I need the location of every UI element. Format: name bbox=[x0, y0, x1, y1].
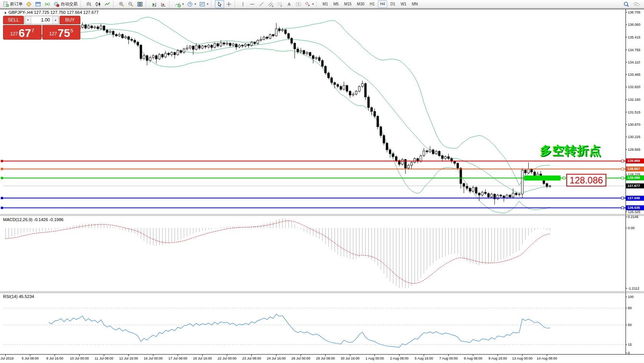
line-anchor-right[interactable] bbox=[621, 168, 624, 170]
timeframe-d1-button[interactable]: D1 bbox=[388, 0, 398, 8]
candlestick-chart-button[interactable] bbox=[93, 0, 103, 8]
channel-tool-button[interactable]: E bbox=[266, 0, 275, 8]
macd-panel[interactable] bbox=[6, 218, 550, 288]
price-tick-label: 130.870 bbox=[628, 123, 641, 127]
equidistant-channel-icon: E bbox=[268, 1, 274, 7]
line-anchor-left[interactable] bbox=[1, 168, 3, 170]
timeframe-m30-button[interactable]: M30 bbox=[354, 0, 366, 8]
band-anchor[interactable] bbox=[563, 177, 565, 179]
svg-text:E: E bbox=[272, 5, 273, 7]
sell-price-button[interactable]: 127677 bbox=[3, 25, 42, 40]
line-anchor-right[interactable] bbox=[621, 197, 624, 199]
line-chart-button[interactable] bbox=[103, 0, 112, 8]
price-tick-label: 133.465 bbox=[628, 73, 641, 77]
toolbar-separator bbox=[80, 1, 83, 7]
fibonacci-tool-button[interactable]: F bbox=[275, 0, 285, 8]
chart-canvas[interactable] bbox=[0, 0, 644, 363]
crosshair-icon bbox=[226, 1, 232, 7]
time-axis-label: 13 Aug 00:00 bbox=[512, 356, 533, 360]
horizontal-line-tool-button[interactable] bbox=[248, 0, 257, 8]
arrow-shapes-icon bbox=[305, 1, 311, 7]
indicators-button[interactable]: ▾ bbox=[173, 0, 185, 8]
main-toolbar: 新订单 自动交易 ▾ ▾ bbox=[0, 0, 644, 8]
autotrade-button[interactable]: 自动交易 bbox=[52, 0, 79, 8]
line-anchor-left[interactable] bbox=[1, 207, 3, 209]
auto-scroll-icon bbox=[160, 1, 166, 7]
periods-button[interactable]: ▾ bbox=[185, 0, 198, 8]
timeframe-group: M1M5M15M30H1H4D1W1MN bbox=[320, 0, 420, 8]
dropdown-arrow-icon: ▾ bbox=[195, 2, 196, 6]
text-label-tool-button[interactable]: T bbox=[294, 0, 303, 8]
price-panel[interactable] bbox=[3, 17, 626, 213]
chat-icon[interactable] bbox=[633, 1, 640, 7]
chart-shift-button[interactable] bbox=[150, 0, 159, 8]
time-axis-label: 4 Jul 2019 bbox=[0, 356, 13, 360]
price-line-badge: 126.535 bbox=[626, 205, 644, 210]
autotrade-label: 自动交易 bbox=[61, 1, 78, 7]
buy-button[interactable]: BUY bbox=[60, 16, 80, 24]
line-anchor-left[interactable] bbox=[1, 197, 3, 199]
arrows-tool-button[interactable]: ▾ bbox=[303, 0, 315, 8]
line-anchor-left[interactable] bbox=[1, 177, 3, 179]
rsi-value: 45.5234 bbox=[19, 294, 34, 299]
trendline-tool-button[interactable] bbox=[257, 0, 266, 8]
volume-decrease-button[interactable]: ▼ bbox=[25, 16, 31, 24]
time-axis-label: 9 Aug 16:00 bbox=[488, 356, 507, 360]
chart-title: ▲GBPJPY-,H4 127.725 127.750 127.664 127.… bbox=[4, 10, 98, 15]
zoom-out-button[interactable] bbox=[126, 0, 135, 8]
macd-value-signal: -0.1986 bbox=[49, 217, 63, 222]
navigator-button[interactable] bbox=[33, 0, 43, 8]
macd-scale-label: 0.2145 bbox=[628, 215, 639, 219]
rsi-panel[interactable] bbox=[3, 308, 626, 347]
new-order-button[interactable]: 新订单 bbox=[1, 0, 24, 8]
collapse-panel-icon[interactable]: ▲ bbox=[4, 11, 7, 14]
line-anchor-right[interactable] bbox=[621, 177, 624, 179]
volume-increase-button[interactable]: ▲ bbox=[52, 16, 58, 24]
support-zone-band[interactable] bbox=[524, 175, 561, 180]
timeframe-mn-button[interactable]: MN bbox=[409, 0, 420, 8]
rsi-scale-label: 15 bbox=[628, 343, 632, 346]
signal-button[interactable] bbox=[43, 0, 52, 8]
buy-price-button[interactable]: 127755 bbox=[42, 25, 81, 40]
time-axis-label: 8 Aug 08:00 bbox=[464, 356, 482, 360]
market-watch-button[interactable] bbox=[24, 0, 33, 8]
auto-scroll-button[interactable] bbox=[159, 0, 168, 8]
cursor-tool-button[interactable] bbox=[215, 0, 224, 8]
time-axis-label: 29 Jul 08:00 bbox=[316, 356, 335, 360]
timeframe-w1-button[interactable]: W1 bbox=[398, 0, 409, 8]
new-order-icon bbox=[3, 1, 9, 7]
rsi-scale-label: 50 bbox=[628, 323, 632, 327]
macd-signal-line bbox=[6, 221, 550, 283]
vertical-line-tool-button[interactable] bbox=[238, 0, 248, 8]
price-tick-label: 126.325 bbox=[628, 210, 641, 214]
timeframe-h1-button[interactable]: H1 bbox=[368, 0, 377, 8]
zoom-in-button[interactable] bbox=[117, 0, 126, 8]
svg-text:A: A bbox=[288, 2, 291, 7]
sell-button[interactable]: SELL bbox=[3, 16, 24, 24]
bar-chart-button[interactable] bbox=[84, 0, 93, 8]
timeframe-h4-button[interactable]: H4 bbox=[378, 0, 388, 8]
line-anchor-right[interactable] bbox=[621, 160, 624, 162]
crosshair-tool-button[interactable] bbox=[224, 0, 233, 8]
timeframe-m1-button[interactable]: M1 bbox=[320, 0, 330, 8]
line-anchor-right[interactable] bbox=[621, 207, 624, 209]
line-anchor-left[interactable] bbox=[1, 160, 3, 162]
buy-price-big: 75 bbox=[58, 28, 70, 38]
price-callout[interactable]: 128.086 bbox=[566, 174, 606, 186]
templates-button[interactable]: ▾ bbox=[198, 0, 210, 8]
volume-input[interactable] bbox=[31, 16, 52, 24]
tile-windows-button[interactable] bbox=[135, 0, 145, 8]
one-click-trading-panel: SELL ▼ ▲ BUY 127677 127755 bbox=[3, 16, 80, 40]
price-tick-label: 132.820 bbox=[628, 85, 641, 89]
text-tool-button[interactable]: A bbox=[285, 0, 294, 8]
turning-point-annotation[interactable]: 多空转折点 bbox=[540, 143, 601, 159]
timeframe-m5-button[interactable]: M5 bbox=[331, 0, 341, 8]
time-axis-label: 5 Aug 16:00 bbox=[414, 356, 433, 360]
time-axis-label: 12 Jul 16:00 bbox=[119, 356, 138, 360]
timeframe-m15-button[interactable]: M15 bbox=[342, 0, 354, 8]
svg-text:F: F bbox=[281, 5, 282, 7]
volume-spinner: ▼ ▲ bbox=[25, 16, 59, 24]
line-chart-icon bbox=[104, 1, 110, 7]
search-icon[interactable] bbox=[623, 1, 629, 7]
price-line-badge: 127.045 bbox=[626, 196, 644, 201]
